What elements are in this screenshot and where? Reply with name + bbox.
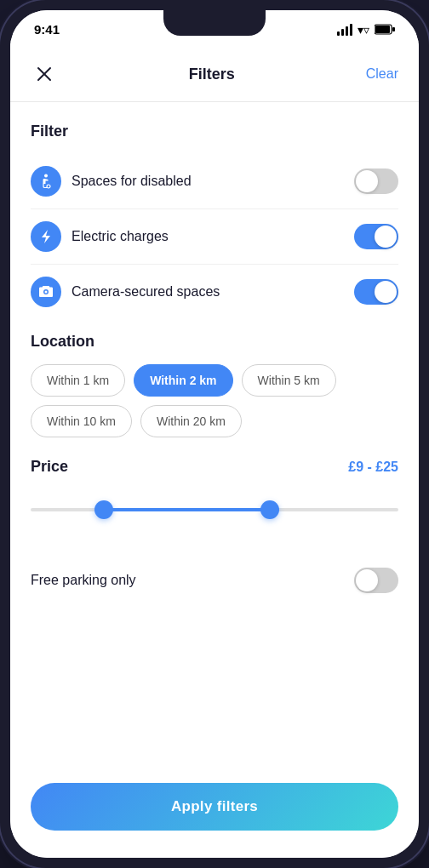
free-parking-label: Free parking only <box>31 573 136 588</box>
phone-frame: 9:41 ▾▿ <box>0 0 429 868</box>
signal-icon <box>337 24 352 36</box>
toggle-camera[interactable] <box>354 279 398 305</box>
location-btn-20km[interactable]: Within 20 km <box>140 405 242 437</box>
location-btn-2km[interactable]: Within 2 km <box>134 364 232 397</box>
filter-section-title: Filter <box>31 123 398 140</box>
phone-screen: 9:41 ▾▿ <box>10 10 419 858</box>
location-btn-1km[interactable]: Within 1 km <box>31 364 125 397</box>
price-header: Price £9 - £25 <box>31 458 398 476</box>
location-title: Location <box>31 333 398 351</box>
slider-fill <box>104 508 269 511</box>
content-area: Filters Clear Filter <box>10 43 419 858</box>
toggle-knob-free-parking <box>356 569 378 591</box>
battery-icon <box>375 24 395 35</box>
svg-point-5 <box>44 174 48 178</box>
toggle-knob-disabled <box>356 170 378 192</box>
wheelchair-icon <box>31 166 61 197</box>
filter-left-camera: Camera-secured spaces <box>31 277 220 307</box>
header-title: Filters <box>189 66 235 83</box>
notch <box>163 10 266 36</box>
free-parking-row: Free parking only <box>10 554 419 607</box>
toggle-knob-camera <box>375 281 397 303</box>
filter-row-disabled: Spaces for disabled <box>31 154 398 209</box>
toggle-knob-electric <box>375 226 397 248</box>
electric-icon <box>31 221 61 252</box>
close-button[interactable] <box>31 60 58 88</box>
slider-track <box>31 508 398 511</box>
header: Filters Clear <box>10 43 419 102</box>
toggle-slider-camera <box>354 279 398 305</box>
svg-point-6 <box>47 185 50 188</box>
toggle-electric[interactable] <box>354 224 398 249</box>
filter-row-camera: Camera-secured spaces <box>31 265 398 319</box>
location-btn-5km[interactable]: Within 5 km <box>242 364 336 397</box>
filter-label-electric: Electric charges <box>72 229 169 244</box>
location-btn-10km[interactable]: Within 10 km <box>31 405 132 437</box>
camera-icon <box>31 277 61 307</box>
price-title: Price <box>31 458 68 476</box>
svg-rect-2 <box>392 27 395 31</box>
filter-section: Filter Spaces for disabled <box>10 102 419 326</box>
clear-button[interactable]: Clear <box>366 66 398 82</box>
price-range: £9 - £25 <box>348 460 398 475</box>
location-section: Location Within 1 km Within 2 km Within … <box>10 326 419 451</box>
wifi-icon: ▾▿ <box>358 23 369 37</box>
toggle-slider-electric <box>354 224 398 249</box>
price-section: Price £9 - £25 <box>10 451 419 554</box>
apply-button-container: Apply filters <box>10 769 419 858</box>
status-time: 9:41 <box>34 22 60 37</box>
filter-row-electric: Electric charges <box>31 209 398 265</box>
spacer <box>10 607 419 769</box>
slider-thumb-max[interactable] <box>260 500 279 519</box>
svg-rect-1 <box>375 26 390 33</box>
svg-point-9 <box>45 291 48 294</box>
slider-thumb-min[interactable] <box>94 500 113 519</box>
apply-filters-button[interactable]: Apply filters <box>31 783 398 831</box>
filter-label-camera: Camera-secured spaces <box>72 284 220 300</box>
location-buttons: Within 1 km Within 2 km Within 5 km With… <box>31 364 398 437</box>
toggle-slider-free-parking <box>354 568 398 593</box>
toggle-free-parking[interactable] <box>354 568 398 593</box>
svg-marker-7 <box>42 230 50 243</box>
toggle-slider-disabled <box>354 168 398 194</box>
status-icons: ▾▿ <box>337 23 395 37</box>
filter-left-electric: Electric charges <box>31 221 169 252</box>
filter-left-disabled: Spaces for disabled <box>31 166 192 197</box>
toggle-disabled[interactable] <box>354 168 398 194</box>
price-slider[interactable] <box>31 493 398 527</box>
filter-label-disabled: Spaces for disabled <box>72 174 192 189</box>
